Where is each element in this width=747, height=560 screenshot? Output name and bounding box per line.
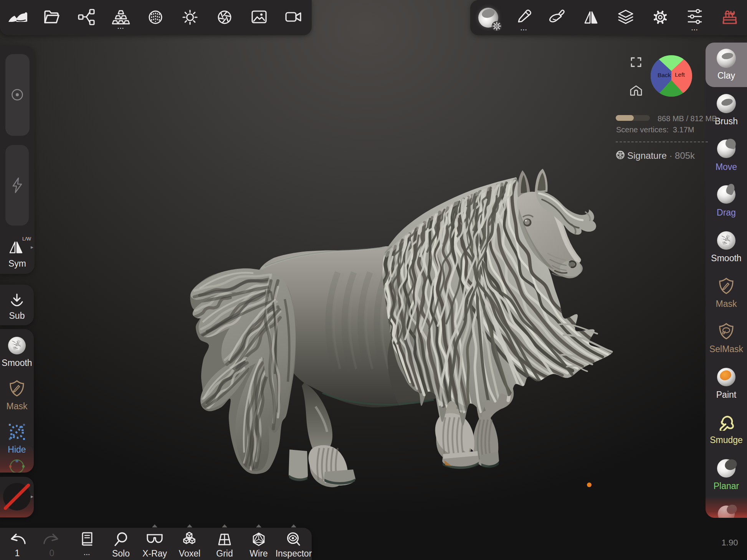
svg-text:Left: Left: [675, 71, 685, 78]
svg-text:Back: Back: [658, 72, 671, 78]
